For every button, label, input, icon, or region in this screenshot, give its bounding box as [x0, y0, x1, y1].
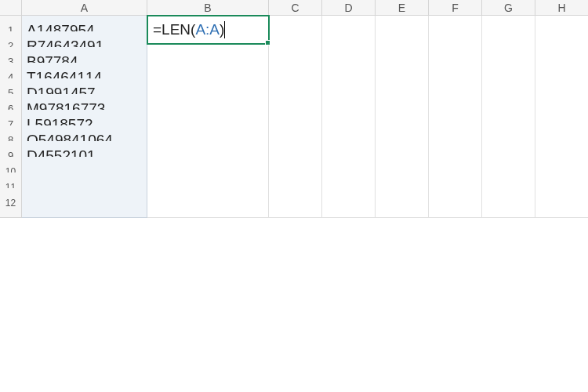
cell-A12[interactable] — [22, 188, 147, 218]
col-header-C[interactable]: C — [269, 0, 322, 16]
cell-D12[interactable] — [322, 188, 376, 218]
col-header-E[interactable]: E — [376, 0, 429, 16]
text-cursor — [224, 21, 225, 38]
cell-G12[interactable] — [482, 188, 535, 218]
fill-handle[interactable] — [265, 40, 270, 45]
col-header-F[interactable]: F — [429, 0, 482, 16]
select-all-corner[interactable] — [0, 0, 22, 16]
formula-content: =LEN(A:A) — [153, 21, 225, 39]
cell-B12[interactable] — [147, 188, 269, 218]
spreadsheet-grid: A B C D E F G H 1 A1487954 =LEN(A:A) 2 R… — [0, 0, 588, 204]
cell-C12[interactable] — [269, 188, 322, 218]
cell-E12[interactable] — [376, 188, 429, 218]
col-header-D[interactable]: D — [322, 0, 376, 16]
col-header-A[interactable]: A — [22, 0, 147, 16]
formula-function: LEN — [162, 21, 191, 38]
col-header-B[interactable]: B — [147, 0, 269, 16]
cell-F12[interactable] — [429, 188, 482, 218]
col-header-G[interactable]: G — [482, 0, 535, 16]
formula-reference: A:A — [195, 21, 220, 38]
formula-eq: = — [153, 21, 162, 38]
cell-H12[interactable] — [535, 188, 588, 218]
row-header-12[interactable]: 12 — [0, 188, 22, 218]
col-header-H[interactable]: H — [535, 0, 588, 16]
cell-B1-editing[interactable]: =LEN(A:A) — [147, 15, 270, 45]
